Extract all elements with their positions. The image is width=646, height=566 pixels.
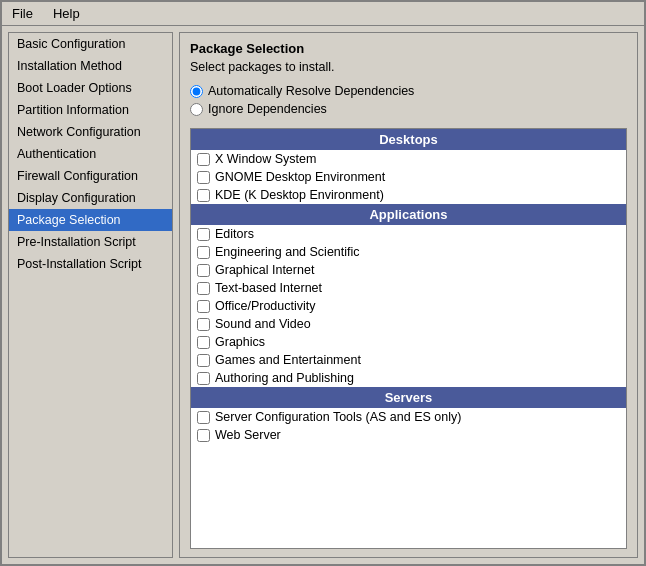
package-item[interactable]: Text-based Internet xyxy=(191,279,626,297)
package-item[interactable]: Engineering and Scientific xyxy=(191,243,626,261)
package-label: Games and Entertainment xyxy=(215,353,361,367)
sidebar-item-9[interactable]: Pre-Installation Script xyxy=(9,231,172,253)
package-checkbox[interactable] xyxy=(197,429,210,442)
package-label: Graphical Internet xyxy=(215,263,314,277)
package-label: Office/Productivity xyxy=(215,299,316,313)
package-checkbox[interactable] xyxy=(197,228,210,241)
package-label: X Window System xyxy=(215,152,316,166)
package-item[interactable]: KDE (K Desktop Environment) xyxy=(191,186,626,204)
sidebar: Basic ConfigurationInstallation MethodBo… xyxy=(8,32,173,558)
sidebar-item-10[interactable]: Post-Installation Script xyxy=(9,253,172,275)
sidebar-item-7[interactable]: Display Configuration xyxy=(9,187,172,209)
content-area: Basic ConfigurationInstallation MethodBo… xyxy=(2,26,644,564)
panel-subtitle: Select packages to install. xyxy=(190,60,627,74)
radio-auto-label: Automatically Resolve Dependencies xyxy=(208,84,414,98)
sidebar-item-6[interactable]: Firewall Configuration xyxy=(9,165,172,187)
package-item[interactable]: Graphical Internet xyxy=(191,261,626,279)
package-label: KDE (K Desktop Environment) xyxy=(215,188,384,202)
section-header-1: Applications xyxy=(191,204,626,225)
sidebar-item-2[interactable]: Boot Loader Options xyxy=(9,77,172,99)
package-item[interactable]: Office/Productivity xyxy=(191,297,626,315)
package-checkbox[interactable] xyxy=(197,411,210,424)
package-checkbox[interactable] xyxy=(197,153,210,166)
radio-ignore-label: Ignore Dependencies xyxy=(208,102,327,116)
main-panel: Package Selection Select packages to ins… xyxy=(179,32,638,558)
package-item[interactable]: X Window System xyxy=(191,150,626,168)
package-label: Text-based Internet xyxy=(215,281,322,295)
package-item[interactable]: Sound and Video xyxy=(191,315,626,333)
sidebar-item-8[interactable]: Package Selection xyxy=(9,209,172,231)
sidebar-item-3[interactable]: Partition Information xyxy=(9,99,172,121)
sidebar-item-4[interactable]: Network Configuration xyxy=(9,121,172,143)
package-label: Server Configuration Tools (AS and ES on… xyxy=(215,410,461,424)
package-checkbox[interactable] xyxy=(197,189,210,202)
section-header-2: Servers xyxy=(191,387,626,408)
package-checkbox[interactable] xyxy=(197,300,210,313)
sidebar-item-0[interactable]: Basic Configuration xyxy=(9,33,172,55)
package-item[interactable]: Web Server xyxy=(191,426,626,444)
package-checkbox[interactable] xyxy=(197,246,210,259)
package-label: Web Server xyxy=(215,428,281,442)
package-checkbox[interactable] xyxy=(197,336,210,349)
package-checkbox[interactable] xyxy=(197,354,210,367)
radio-group: Automatically Resolve Dependencies Ignor… xyxy=(190,84,627,116)
menu-help[interactable]: Help xyxy=(47,4,86,23)
package-checkbox[interactable] xyxy=(197,171,210,184)
package-checkbox[interactable] xyxy=(197,264,210,277)
radio-ignore-input[interactable] xyxy=(190,103,203,116)
radio-ignore[interactable]: Ignore Dependencies xyxy=(190,102,627,116)
package-checkbox[interactable] xyxy=(197,318,210,331)
package-label: Engineering and Scientific xyxy=(215,245,360,259)
package-item[interactable]: Editors xyxy=(191,225,626,243)
package-label: Sound and Video xyxy=(215,317,311,331)
package-item[interactable]: Server Configuration Tools (AS and ES on… xyxy=(191,408,626,426)
package-list[interactable]: DesktopsX Window SystemGNOME Desktop Env… xyxy=(190,128,627,549)
menubar: File Help xyxy=(2,2,644,26)
package-label: Graphics xyxy=(215,335,265,349)
main-window: File Help Basic ConfigurationInstallatio… xyxy=(0,0,646,566)
section-header-0: Desktops xyxy=(191,129,626,150)
package-checkbox[interactable] xyxy=(197,282,210,295)
sidebar-item-5[interactable]: Authentication xyxy=(9,143,172,165)
radio-auto-input[interactable] xyxy=(190,85,203,98)
package-item[interactable]: Games and Entertainment xyxy=(191,351,626,369)
package-label: Authoring and Publishing xyxy=(215,371,354,385)
package-item[interactable]: Authoring and Publishing xyxy=(191,369,626,387)
sidebar-item-1[interactable]: Installation Method xyxy=(9,55,172,77)
package-checkbox[interactable] xyxy=(197,372,210,385)
panel-title: Package Selection xyxy=(190,41,627,56)
package-item[interactable]: Graphics xyxy=(191,333,626,351)
package-label: Editors xyxy=(215,227,254,241)
menu-file[interactable]: File xyxy=(6,4,39,23)
radio-auto[interactable]: Automatically Resolve Dependencies xyxy=(190,84,627,98)
package-label: GNOME Desktop Environment xyxy=(215,170,385,184)
package-item[interactable]: GNOME Desktop Environment xyxy=(191,168,626,186)
